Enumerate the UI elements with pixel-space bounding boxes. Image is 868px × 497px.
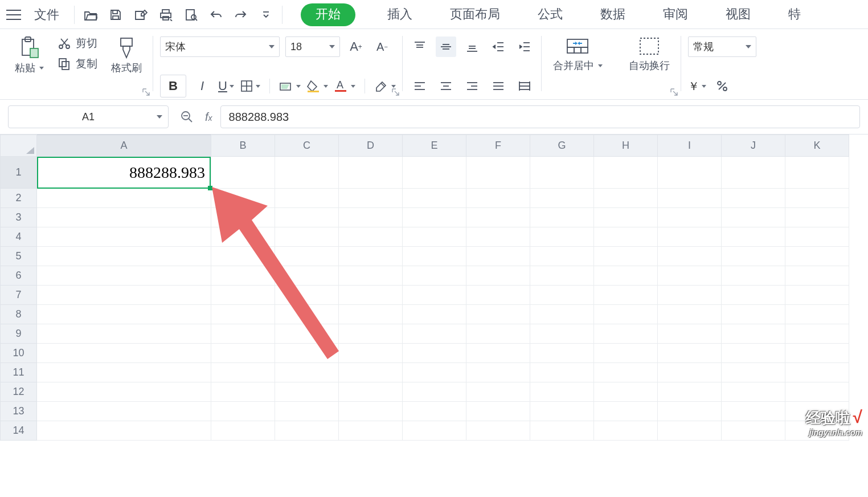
cell[interactable] <box>211 363 275 382</box>
cell[interactable] <box>211 402 275 421</box>
print-icon[interactable] <box>157 6 175 24</box>
cell[interactable] <box>594 157 658 189</box>
tab-insert[interactable]: 插入 <box>382 3 418 26</box>
cell[interactable] <box>275 305 339 324</box>
column-header[interactable]: F <box>466 135 530 157</box>
row-header[interactable]: 2 <box>1 189 37 208</box>
cell[interactable] <box>594 247 658 266</box>
cell[interactable] <box>466 421 530 441</box>
zoom-out-icon[interactable] <box>177 107 197 127</box>
percent-button[interactable] <box>712 76 732 96</box>
cell[interactable] <box>211 421 275 441</box>
cell[interactable] <box>211 157 275 189</box>
cell[interactable] <box>594 363 658 382</box>
cell[interactable] <box>403 227 466 247</box>
cell[interactable] <box>466 266 530 286</box>
cell[interactable] <box>339 189 403 208</box>
cell[interactable] <box>403 363 466 382</box>
row-header[interactable]: 10 <box>1 344 37 363</box>
cell[interactable] <box>722 157 785 189</box>
cell[interactable] <box>275 157 339 189</box>
row-header[interactable]: 14 <box>1 421 37 441</box>
cell[interactable] <box>658 402 722 421</box>
cell[interactable] <box>37 286 211 305</box>
print-preview-icon[interactable] <box>182 6 200 24</box>
tab-view[interactable]: 视图 <box>720 3 756 26</box>
cell[interactable] <box>594 208 658 227</box>
align-center-icon[interactable] <box>436 76 456 96</box>
cell[interactable] <box>530 286 594 305</box>
cell[interactable] <box>530 157 594 189</box>
cell[interactable] <box>211 266 275 286</box>
align-top-icon[interactable] <box>410 36 430 57</box>
cell[interactable] <box>530 421 594 441</box>
cell[interactable] <box>530 363 594 382</box>
formula-input[interactable]: 888288.983 <box>220 105 860 128</box>
cell[interactable] <box>339 247 403 266</box>
number-format-select[interactable]: 常规 <box>688 36 756 57</box>
cell[interactable] <box>37 324 211 344</box>
cell[interactable] <box>594 286 658 305</box>
cell[interactable] <box>466 382 530 402</box>
dialog-launcher-icon[interactable] <box>142 88 151 97</box>
row-header[interactable]: 13 <box>1 402 37 421</box>
cell[interactable] <box>594 402 658 421</box>
font-color-button[interactable]: A <box>334 79 355 93</box>
name-box[interactable]: A1 <box>8 105 169 128</box>
cell[interactable] <box>658 157 722 189</box>
cell[interactable] <box>403 157 466 189</box>
cell[interactable] <box>466 402 530 421</box>
file-menu[interactable]: 文件 <box>26 6 67 23</box>
column-header[interactable]: C <box>275 135 339 157</box>
cell[interactable] <box>37 402 211 421</box>
cell[interactable] <box>37 227 211 247</box>
cell[interactable] <box>403 266 466 286</box>
row-header[interactable]: 3 <box>1 208 37 227</box>
cell[interactable] <box>722 286 785 305</box>
cell[interactable] <box>658 227 722 247</box>
cell[interactable] <box>339 305 403 324</box>
cell[interactable] <box>211 324 275 344</box>
save-icon[interactable] <box>107 6 125 24</box>
tab-home[interactable]: 开始 <box>301 3 355 26</box>
currency-button[interactable]: ￥ <box>688 79 706 94</box>
column-header[interactable]: I <box>658 135 722 157</box>
cell[interactable] <box>658 363 722 382</box>
cell[interactable] <box>530 227 594 247</box>
decrease-indent-icon[interactable] <box>488 36 509 57</box>
cell[interactable] <box>530 402 594 421</box>
column-header[interactable]: K <box>785 135 849 157</box>
cell[interactable] <box>785 247 849 266</box>
cell[interactable] <box>339 344 403 363</box>
cell[interactable] <box>211 189 275 208</box>
bold-button[interactable]: B <box>160 75 186 97</box>
cell[interactable] <box>722 324 785 344</box>
cell[interactable] <box>594 189 658 208</box>
cell[interactable] <box>658 344 722 363</box>
cell[interactable] <box>722 382 785 402</box>
cell[interactable] <box>785 227 849 247</box>
cell[interactable] <box>466 189 530 208</box>
cell[interactable] <box>594 344 658 363</box>
cell[interactable] <box>37 247 211 266</box>
cell[interactable] <box>594 227 658 247</box>
paste-button[interactable]: 粘贴 <box>10 34 48 75</box>
cell[interactable] <box>530 324 594 344</box>
cell[interactable] <box>785 266 849 286</box>
cell[interactable] <box>466 227 530 247</box>
align-right-icon[interactable] <box>462 76 482 96</box>
row-header[interactable]: 5 <box>1 247 37 266</box>
tab-extra[interactable]: 特 <box>783 3 806 26</box>
cell[interactable] <box>37 382 211 402</box>
cell[interactable] <box>339 421 403 441</box>
copy-button[interactable]: 复制 <box>58 56 97 71</box>
cell[interactable] <box>403 208 466 227</box>
cell[interactable] <box>466 344 530 363</box>
cell[interactable] <box>594 324 658 344</box>
cell[interactable] <box>275 382 339 402</box>
cell[interactable] <box>658 324 722 344</box>
cell[interactable] <box>594 266 658 286</box>
column-header[interactable]: A <box>37 135 211 157</box>
cell[interactable] <box>37 208 211 227</box>
align-bottom-icon[interactable] <box>462 36 482 57</box>
